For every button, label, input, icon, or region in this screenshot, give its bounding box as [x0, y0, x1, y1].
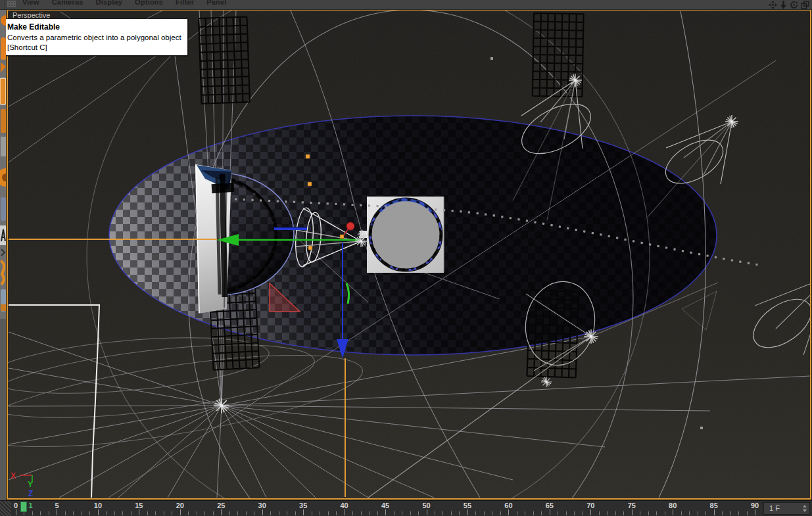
frame-tick: [73, 511, 74, 515]
frame-label: 10: [94, 502, 102, 509]
frame-tick: [722, 511, 723, 515]
frame-label: 40: [340, 502, 348, 509]
menu-item-panel[interactable]: Panel: [206, 0, 226, 6]
frame-tick: [673, 509, 673, 515]
stepper-up-icon[interactable]: [803, 505, 807, 507]
frame-tick: [451, 511, 452, 515]
frame-tick: [410, 511, 411, 515]
frame-tick: [270, 511, 271, 515]
frame-tick: [442, 511, 443, 515]
frame-tick: [369, 511, 370, 515]
rotate-icon[interactable]: [790, 1, 798, 9]
frame-tick: [180, 509, 181, 515]
frame-tick: [155, 511, 156, 515]
frame-stepper[interactable]: [803, 505, 807, 513]
frame-tick: [122, 511, 123, 515]
frame-tick: [303, 509, 304, 515]
frame-tick: [484, 511, 485, 515]
frame-tick: [188, 511, 189, 515]
frame-label: 55: [464, 502, 471, 509]
frame-tick: [599, 511, 600, 515]
frame-tick: [237, 511, 238, 515]
stepper-down-icon[interactable]: [803, 509, 807, 512]
frame-tick: [82, 511, 82, 515]
frame-tick: [402, 511, 402, 515]
axis-z-label: Z: [28, 489, 33, 498]
frame-tick: [590, 509, 591, 515]
playhead[interactable]: [20, 502, 27, 512]
frame-tick: [164, 511, 164, 515]
frame-tick: [385, 509, 386, 515]
frame-tick: [139, 509, 139, 515]
frame-tick: [361, 511, 362, 515]
frame-tick: [147, 511, 148, 515]
axis-x-label: X: [11, 471, 16, 481]
frame-tick: [254, 511, 254, 515]
frame-tick: [320, 511, 320, 515]
frame-tick: [525, 511, 525, 515]
timeline: 1 051015202530354045505560657075808590 1…: [0, 500, 812, 516]
frame-tick: [295, 511, 296, 515]
frame-tick: [40, 511, 41, 515]
frame-tick: [747, 511, 748, 515]
pan-icon[interactable]: [769, 1, 777, 9]
frame-tick: [336, 511, 337, 515]
frame-tick: [279, 511, 279, 515]
frame-label: 45: [381, 502, 389, 509]
menu-item-filter[interactable]: Filter: [176, 0, 194, 6]
frame-tick: [65, 511, 66, 515]
frame-tick: [467, 509, 468, 515]
frame-tick: [583, 511, 583, 515]
frame-label: 0: [14, 502, 18, 509]
frame-tick: [689, 511, 690, 515]
frame-tick: [172, 511, 172, 515]
menubar-grip-icon[interactable]: [7, 1, 16, 7]
frame-tick: [221, 509, 222, 515]
rotation-handle[interactable]: [346, 222, 354, 230]
frame-tick: [24, 511, 24, 515]
frame-tick: [131, 511, 131, 515]
frame-tick: [377, 511, 378, 515]
menu-item-view[interactable]: View: [22, 0, 39, 6]
frame-tick: [459, 511, 460, 515]
menu-item-cameras[interactable]: Cameras: [52, 0, 84, 6]
frame-tick: [648, 511, 649, 515]
frame-tick: [16, 509, 16, 515]
toggle-view-icon[interactable]: [801, 1, 809, 9]
current-frame-value: 1 F: [769, 504, 780, 512]
axis-y-label: Y: [28, 480, 33, 489]
frame-tick: [558, 511, 558, 515]
frame-tick: [229, 511, 230, 515]
sphere[interactable]: [360, 189, 451, 280]
frame-tick: [500, 511, 501, 515]
menubar-divider: [5, 0, 5, 9]
frame-tick: [705, 511, 706, 515]
playhead-frame-number: 1: [28, 502, 32, 509]
frame-label: 75: [628, 502, 636, 509]
frame-tick: [213, 511, 214, 515]
frame-tick: [89, 511, 90, 515]
perspective-viewport[interactable]: X Y Z Perspective: [7, 9, 811, 500]
main-toolbar-edge[interactable]: [0, 10, 6, 501]
frame-tick: [623, 511, 624, 515]
viewport-nav-icons: [769, 0, 809, 9]
frame-tick: [714, 509, 715, 515]
tooltip-title: Make Editable: [7, 22, 181, 32]
frame-label: 15: [135, 502, 143, 509]
frame-ruler[interactable]: 1 051015202530354045505560657075808590: [0, 501, 760, 516]
frame-tick: [681, 511, 682, 515]
scene-canvas[interactable]: X Y Z: [8, 11, 810, 498]
application-window: X Y Z Perspective Make Editable Converts…: [0, 0, 812, 516]
menu-item-display[interactable]: Display: [96, 0, 123, 6]
frame-label: 25: [217, 502, 225, 509]
dolly-icon[interactable]: [780, 1, 787, 9]
frame-tick: [246, 511, 247, 515]
frame-tick: [574, 511, 575, 515]
menu-item-options[interactable]: Options: [135, 0, 163, 6]
frame-tick: [98, 509, 99, 515]
frame-tick: [492, 511, 492, 515]
frame-tick: [730, 511, 731, 515]
current-frame-field[interactable]: 1 F: [763, 502, 810, 515]
frame-tick: [632, 509, 633, 515]
frame-tick: [204, 511, 205, 515]
